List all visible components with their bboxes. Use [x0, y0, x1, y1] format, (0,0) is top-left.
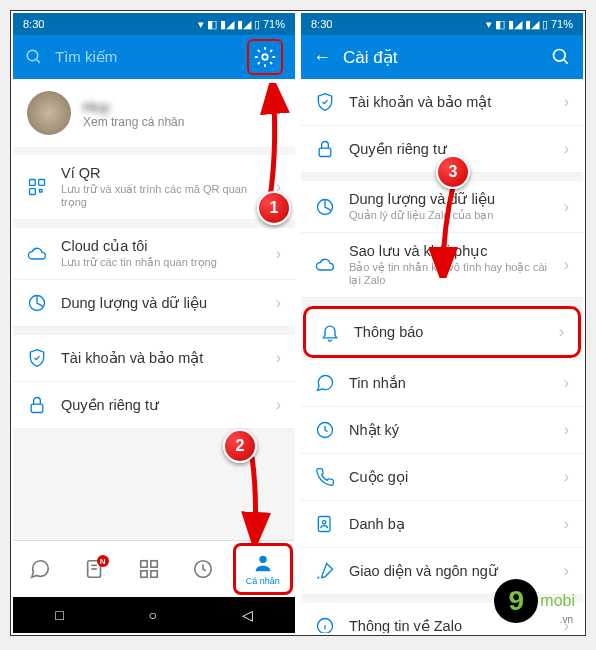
chat-icon: [315, 373, 335, 393]
svg-point-25: [323, 521, 326, 524]
svg-line-20: [564, 60, 568, 64]
marker-2: 2: [223, 429, 257, 463]
chevron-right-icon: ›: [559, 323, 564, 341]
phone-left: 8:30 ▾ ◧ ▮◢ ▮◢ ▯ 71% Tìm kiếm Huy Xem tr…: [13, 13, 295, 633]
pie-icon: [315, 197, 335, 217]
item-title: Tài khoản và bảo mật: [61, 350, 262, 366]
svg-point-2: [262, 54, 268, 60]
watermark-sub: .vn: [560, 614, 573, 625]
header-title: Cài đặt: [343, 47, 539, 68]
android-nav: □ ○ ◁: [13, 597, 295, 633]
svg-rect-6: [40, 190, 43, 193]
nav-contacts[interactable]: N: [67, 552, 121, 586]
svg-line-1: [36, 59, 40, 63]
search-input[interactable]: Tìm kiếm: [55, 48, 235, 66]
chevron-right-icon: ›: [564, 421, 569, 439]
svg-rect-3: [30, 180, 36, 186]
contacts-icon: [315, 514, 335, 534]
item-title: Thông báo: [354, 324, 545, 340]
watermark-text: mobi: [540, 592, 575, 609]
right-item-5[interactable]: Tin nhắn ›: [301, 360, 583, 407]
svg-rect-15: [151, 571, 157, 577]
lock-icon: [315, 139, 335, 159]
left-item-2[interactable]: Dung lượng và dữ liệu ›: [13, 280, 295, 327]
back-button[interactable]: ◁: [242, 607, 253, 623]
item-title: Quyền riêng tư: [61, 397, 262, 413]
item-title: Tin nhắn: [349, 375, 550, 391]
left-item-4[interactable]: Quyền riêng tư ›: [13, 382, 295, 429]
svg-point-17: [259, 556, 266, 563]
svg-rect-5: [30, 189, 36, 195]
item-title: Nhật ký: [349, 422, 550, 438]
phone-right: 8:30 ▾ ◧ ▮◢ ▮◢ ▯ 71% ← Cài đặt Tài khoản…: [301, 13, 583, 633]
search-icon[interactable]: [551, 47, 571, 67]
item-sub: Lưu trữ và xuất trình các mã QR quan trọ…: [61, 183, 262, 209]
recent-button[interactable]: □: [55, 607, 63, 623]
profile-sub: Xem trang cá nhân: [83, 115, 281, 129]
back-arrow-icon[interactable]: ←: [313, 47, 331, 68]
chevron-right-icon: ›: [564, 468, 569, 486]
nav-personal[interactable]: Cá nhân: [233, 543, 293, 595]
profile-name: Huy: [83, 98, 281, 115]
settings-button[interactable]: [247, 39, 283, 75]
marker-3: 3: [436, 155, 470, 189]
chevron-right-icon: ›: [276, 396, 281, 414]
nav-timeline[interactable]: [176, 552, 230, 586]
pie-icon: [27, 293, 47, 313]
item-title: Dung lượng và dữ liệu: [349, 191, 550, 207]
chat-icon: [29, 558, 51, 580]
chevron-right-icon: ›: [564, 256, 569, 274]
left-item-1[interactable]: Cloud của tôiLưu trữ các tin nhắn quan t…: [13, 228, 295, 280]
item-title: Danh bạ: [349, 516, 550, 532]
item-title: Giao diện và ngôn ngữ: [349, 563, 550, 579]
cloud-icon: [27, 244, 47, 264]
nav-label: Cá nhân: [246, 576, 280, 586]
chevron-right-icon: ›: [564, 374, 569, 392]
right-item-6[interactable]: Nhật ký ›: [301, 407, 583, 454]
chevron-right-icon: ›: [276, 349, 281, 367]
right-item-0[interactable]: Tài khoản và bảo mật ›: [301, 79, 583, 126]
main-content: Huy Xem trang cá nhân Ví QRLưu trữ và xu…: [13, 79, 295, 540]
watermark: 9 mobi .vn: [494, 579, 575, 623]
settings-header: ← Cài đặt: [301, 35, 583, 79]
left-item-0[interactable]: Ví QRLưu trữ và xuất trình các mã QR qua…: [13, 155, 295, 220]
nav-messages[interactable]: [13, 552, 67, 586]
home-button[interactable]: ○: [149, 607, 157, 623]
right-item-7[interactable]: Cuộc gọi ›: [301, 454, 583, 501]
item-sub: Bảo vệ tin nhắn khi vô tình hay hoặc cài…: [349, 261, 550, 287]
svg-rect-12: [141, 561, 147, 567]
right-item-8[interactable]: Danh bạ ›: [301, 501, 583, 548]
avatar: [27, 91, 71, 135]
svg-point-0: [27, 50, 38, 61]
shield-icon: [315, 92, 335, 112]
nav-discover[interactable]: [122, 552, 176, 586]
gear-icon: [254, 46, 276, 68]
right-item-3[interactable]: Sao lưu và khôi phụcBảo vệ tin nhắn khi …: [301, 233, 583, 298]
svg-rect-4: [39, 180, 45, 186]
chevron-right-icon: ›: [276, 294, 281, 312]
right-item-2[interactable]: Dung lượng và dữ liệuQuản lý dữ liệu Zal…: [301, 181, 583, 233]
bell-icon: [320, 322, 340, 342]
status-right: ▾ ◧ ▮◢ ▮◢ ▯ 71%: [486, 18, 573, 31]
profile-row[interactable]: Huy Xem trang cá nhân: [13, 79, 295, 147]
svg-rect-21: [319, 148, 331, 156]
right-item-4[interactable]: Thông báo ›: [303, 306, 581, 358]
svg-point-19: [554, 50, 566, 62]
clock-icon: [192, 558, 214, 580]
status-time: 8:30: [23, 18, 44, 30]
item-title: Cloud của tôi: [61, 238, 262, 254]
bottom-nav: N Cá nhân: [13, 540, 295, 597]
badge-icon: N: [97, 555, 109, 567]
status-right: ▾ ◧ ▮◢ ▮◢ ▯ 71%: [198, 18, 285, 31]
status-time: 8:30: [311, 18, 332, 30]
qr-icon: [27, 177, 47, 197]
search-icon[interactable]: [25, 48, 43, 66]
marker-1: 1: [257, 191, 291, 225]
left-item-3[interactable]: Tài khoản và bảo mật ›: [13, 335, 295, 382]
status-bar: 8:30 ▾ ◧ ▮◢ ▮◢ ▯ 71%: [13, 13, 295, 35]
item-sub: Lưu trữ các tin nhắn quan trọng: [61, 256, 262, 269]
clock-icon: [315, 420, 335, 440]
svg-rect-8: [31, 404, 43, 412]
info-icon: [315, 616, 335, 633]
chevron-right-icon: ›: [276, 245, 281, 263]
